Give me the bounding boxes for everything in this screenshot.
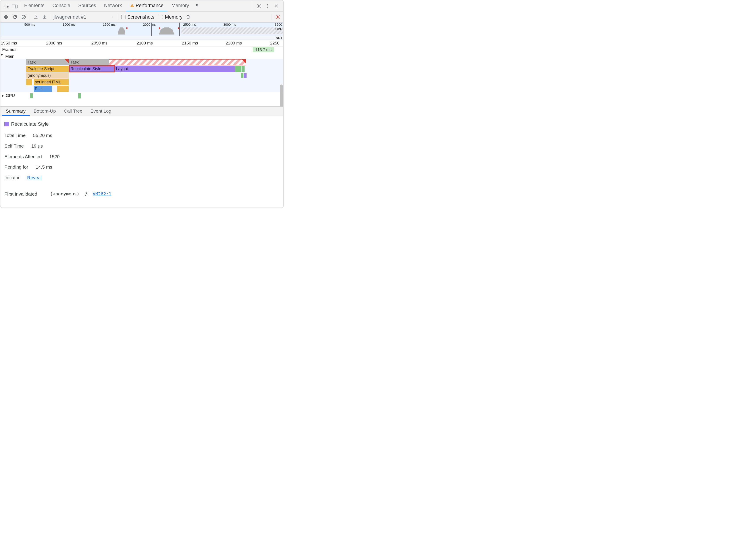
ruler-tick: 1000 ms (63, 22, 75, 26)
kebab-menu-icon[interactable] (264, 3, 271, 9)
ruler-tick: 2150 ms (182, 41, 198, 46)
checkbox-icon (159, 15, 163, 19)
subtab-label: Bottom-Up (34, 108, 56, 114)
tab-performance[interactable]: Performance (126, 0, 167, 11)
tabs-overflow[interactable] (193, 0, 201, 11)
gear-icon[interactable] (255, 3, 262, 9)
flame-sliver[interactable] (244, 73, 247, 78)
summary-value: 1520 (49, 152, 60, 161)
flame-row: P…L (0, 86, 283, 92)
reveal-link[interactable]: Reveal (27, 173, 42, 182)
warning-icon (130, 3, 134, 8)
subtab-call-tree[interactable]: Call Tree (60, 107, 86, 116)
overview-timeline[interactable]: 500 ms 1000 ms 1500 ms 2000 ms 2500 ms 3… (0, 22, 283, 40)
ruler-tick: 3000 ms (223, 22, 236, 26)
memory-checkbox[interactable]: Memory (159, 14, 182, 20)
tab-label: Console (52, 3, 70, 8)
flame-row: Evaluate Script Recalculate Style Layout (0, 65, 283, 72)
svg-rect-3 (132, 5, 132, 6)
summary-key: First Invalidated (4, 189, 37, 199)
disclosure-triangle-icon[interactable] (0, 54, 3, 56)
tab-label: Memory (171, 3, 189, 8)
flame-label: set innerHTML (35, 80, 61, 85)
flame-chart[interactable]: 1950 ms 2000 ms 2050 ms 2100 ms 2150 ms … (0, 40, 283, 107)
tab-network[interactable]: Network (100, 0, 126, 11)
flame-task-solid: Task (69, 59, 109, 65)
flame-task[interactable]: Task (26, 59, 69, 65)
chevron-down-icon (111, 15, 114, 18)
summary-row: Elements Affected 1520 (4, 152, 279, 161)
flame-sliver[interactable] (241, 73, 244, 78)
ruler-tick: 3500 (275, 22, 282, 26)
gpu-track[interactable]: GPU (0, 92, 283, 99)
ruler-tick: 2500 ms (183, 22, 196, 26)
tab-elements[interactable]: Elements (20, 0, 49, 11)
clear-icon[interactable] (20, 14, 27, 20)
record-button-icon[interactable] (3, 14, 9, 20)
close-icon[interactable] (273, 3, 280, 9)
cpu-hatched-region (181, 27, 283, 34)
flame-label: Task (70, 60, 79, 65)
reload-record-icon[interactable] (11, 14, 18, 20)
subtab-event-log[interactable]: Event Log (86, 107, 115, 116)
flame-chunk[interactable] (26, 79, 32, 85)
ruler-tick: 1950 ms (1, 41, 17, 46)
summary-value: 14.5 ms (36, 163, 52, 171)
cpu-label: CPU (275, 27, 282, 31)
flame-layout[interactable]: Layout (115, 66, 235, 72)
flame-composite[interactable] (242, 66, 245, 72)
subtab-label: Summary (6, 108, 26, 114)
frames-track[interactable]: Frames 116.7 ms (0, 47, 283, 53)
tab-sources[interactable]: Sources (74, 0, 100, 11)
devtools-window: Elements Console Sources Network Perform… (0, 0, 284, 208)
subtab-summary[interactable]: Summary (2, 107, 30, 116)
subtab-bottom-up[interactable]: Bottom-Up (30, 107, 60, 116)
ruler-tick: 2100 ms (137, 41, 153, 46)
main-label: Main (5, 54, 14, 59)
device-toolbar-icon[interactable] (11, 3, 18, 9)
ruler-tick: 2000 ms (46, 41, 62, 46)
cpu-activity-hump (118, 27, 125, 35)
garbage-collect-icon[interactable] (185, 14, 192, 20)
flame-label: (anonymous) (28, 73, 51, 78)
tab-label: Network (104, 3, 122, 8)
checkbox-icon (121, 15, 125, 19)
summary-row: Pending for 14.5 ms (4, 163, 279, 171)
capture-settings-gear-icon[interactable] (274, 14, 281, 20)
tab-memory[interactable]: Memory (167, 0, 193, 11)
flame-anonymous[interactable]: (anonymous) (26, 72, 69, 78)
inspect-element-icon[interactable] (4, 3, 10, 9)
svg-rect-4 (132, 6, 132, 7)
flame-paint[interactable] (235, 66, 241, 72)
flame-parse-html[interactable]: P…L (34, 86, 52, 92)
inspect-dock-tools (2, 0, 20, 11)
flame-row: (anonymous) (0, 72, 283, 79)
flame-set-innerhtml[interactable]: set innerHTML (34, 79, 69, 85)
tab-console[interactable]: Console (49, 0, 74, 11)
gpu-sliver[interactable] (78, 93, 81, 99)
summary-key: Self Time (4, 142, 24, 151)
subtab-label: Call Tree (64, 108, 82, 114)
net-label: NET (276, 36, 282, 40)
flame-chunk[interactable] (57, 86, 69, 92)
svg-point-8 (267, 7, 268, 7)
overview-ruler: 500 ms 1000 ms 1500 ms 2000 ms 2500 ms 3… (0, 22, 283, 26)
net-overview-strip (0, 36, 283, 40)
gpu-sliver[interactable] (30, 93, 33, 98)
screenshots-checkbox[interactable]: Screenshots (121, 14, 154, 20)
flame-recalculate-style[interactable]: Recalculate Style (69, 66, 114, 72)
recording-select[interactable]: jlwagner.net #1 (54, 14, 115, 20)
main-track-header[interactable]: Main (0, 53, 283, 59)
tab-label: Performance (136, 3, 164, 8)
source-link[interactable]: VM262:1 (93, 191, 111, 197)
summary-title-text: Recalculate Style (11, 119, 49, 129)
disclosure-triangle-icon[interactable] (2, 95, 4, 97)
load-profile-icon[interactable] (41, 14, 48, 20)
save-profile-icon[interactable] (33, 14, 39, 20)
frame-chip[interactable]: 116.7 ms (253, 47, 274, 52)
flame-evaluate-script[interactable]: Evaluate Script (26, 66, 69, 72)
vertical-scrollbar[interactable] (280, 85, 283, 107)
panel-tabs: Elements Console Sources Network Perform… (0, 0, 283, 11)
long-task-triangle-icon (242, 59, 246, 63)
flame-row: set innerHTML (0, 79, 283, 86)
